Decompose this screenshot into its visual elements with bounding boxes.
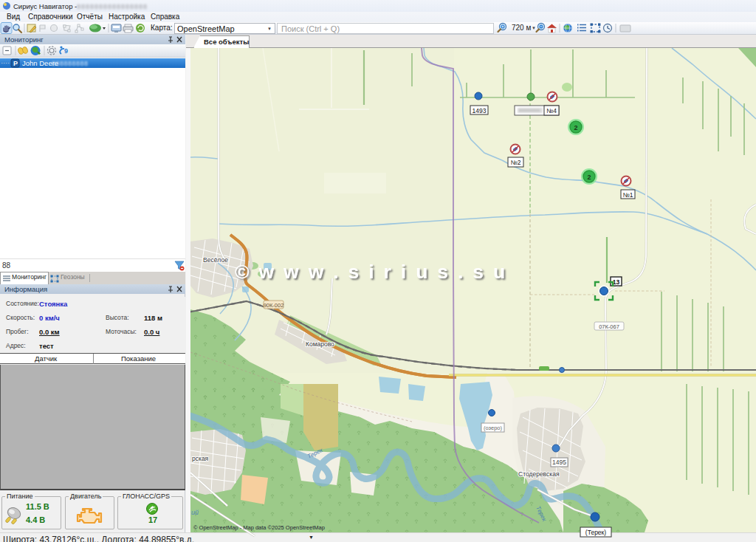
svg-text:P: P [13, 60, 18, 67]
svg-text:Комарово: Комарово [306, 340, 334, 348]
svg-text:(озеро): (озеро) [484, 425, 502, 431]
svg-text:07К-067: 07К-067 [599, 323, 619, 330]
svg-text:(Терек): (Терек) [585, 529, 606, 536]
svg-text:1493: 1493 [472, 107, 487, 114]
svg-text:© w w w . s i r i u s . s u: © w w w . s i r i u s . s u [235, 261, 507, 283]
svg-text:90К-002: 90К-002 [264, 302, 284, 309]
svg-text:рская: рская [192, 455, 209, 462]
svg-text:9: 9 [64, 47, 68, 55]
svg-text:№4: №4 [546, 107, 557, 114]
svg-text:2: 2 [587, 174, 591, 181]
svg-text:1495: 1495 [552, 459, 566, 466]
svg-text:Весёлое: Весёлое [203, 256, 228, 264]
svg-text:2: 2 [574, 124, 577, 131]
svg-text:№2: №2 [511, 159, 521, 166]
svg-text:© OpenStreetMap - Map data ©20: © OpenStreetMap - Map data ©2025 OpenStr… [193, 524, 325, 531]
svg-text:Стодеревская: Стодеревская [518, 470, 560, 478]
svg-text:13: 13 [613, 278, 620, 286]
svg-text:ий: ий [191, 509, 199, 516]
svg-text:№1: №1 [623, 191, 633, 199]
